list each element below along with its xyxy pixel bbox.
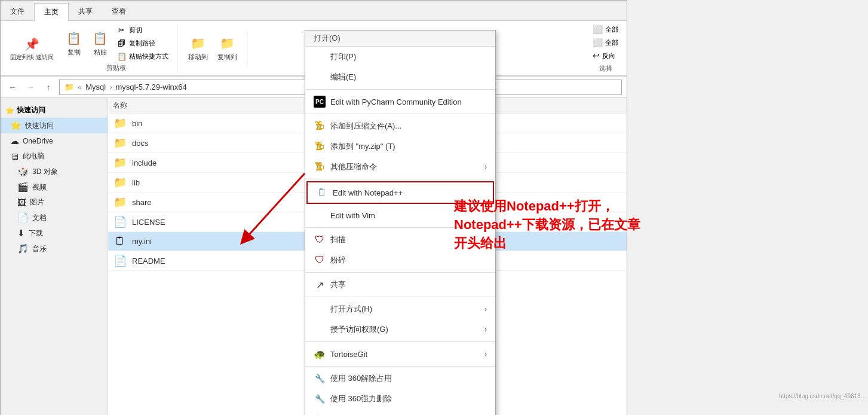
ctx-print[interactable]: 打印(P) xyxy=(305,47,495,67)
path-mysql: Mysql xyxy=(85,83,106,91)
ctx-sep-4 xyxy=(305,227,495,228)
select-invert-button[interactable]: ↩ 反向 xyxy=(590,50,621,62)
select-invert-icon: ↩ xyxy=(593,51,600,60)
move-to-button[interactable]: 📁 移动到 xyxy=(185,32,211,64)
sidebar-item-docs[interactable]: 📄 文档 xyxy=(1,210,108,225)
quick-access-icon: ⭐ xyxy=(10,120,22,131)
ctx-scan[interactable]: 🛡 扫描 xyxy=(305,230,495,250)
folder-icon-docs: 📁 xyxy=(113,136,127,149)
tab-file[interactable]: 文件 xyxy=(1,3,34,20)
ctx-add-myzip[interactable]: 🗜 添加到 "my.zip" (T) xyxy=(305,136,495,157)
organize-buttons: 📁 移动到 📁 复制到 xyxy=(185,32,241,64)
music-icon: 🎵 xyxy=(17,243,29,254)
ctx-edit[interactable]: 编辑(E) xyxy=(305,67,495,87)
shred-icon: 🛡 xyxy=(314,254,326,266)
downloads-icon: ⬇ xyxy=(17,228,25,239)
paste-shortcut-icon: 📋 xyxy=(117,51,127,61)
sidebar: ⭐ 快速访问 ⭐ 快速访问 ☁ OneDrive 🖥 此电脑 🎲 3D 对象 🎬 xyxy=(1,98,108,415)
notepadpp-icon: 🗒 xyxy=(316,187,328,199)
ctx-360-scan[interactable]: 🔧 使用 360进行木马查杀 xyxy=(305,409,495,415)
ctx-sep-1 xyxy=(305,89,495,90)
ctx-sep-5 xyxy=(305,272,495,273)
sidebar-item-thispc[interactable]: 🖥 此电脑 xyxy=(1,149,108,164)
compress-icon: 🗜 xyxy=(314,161,326,173)
pictures-icon: 🖼 xyxy=(17,197,26,208)
onedrive-icon: ☁ xyxy=(10,136,19,147)
select-none-button[interactable]: ⬜ 全部 xyxy=(590,36,621,48)
ctx-sep-2 xyxy=(305,114,495,114)
ctx-arrow-grant: › xyxy=(484,325,487,334)
clipboard-label: 剪贴板 xyxy=(106,63,126,72)
docs-icon: 📄 xyxy=(17,212,29,223)
ctx-tortoisegit[interactable]: 🐢 TortoiseGit › xyxy=(305,344,495,364)
sidebar-item-3d[interactable]: 🎲 3D 对象 xyxy=(1,164,108,179)
paste-shortcut-button[interactable]: 📋 粘贴快捷方式 xyxy=(115,50,171,62)
ctx-pycharm[interactable]: PC Edit with PyCharm Community Edition xyxy=(305,91,495,112)
ctx-sep-6 xyxy=(305,297,495,297)
path-version: mysql-5.7.29-winx64 xyxy=(116,83,187,91)
ctx-vim[interactable]: Edit with Vim xyxy=(305,205,495,225)
ctx-add-archive[interactable]: 🗜 添加到压缩文件(A)... xyxy=(305,116,495,136)
select-group: ⬜ 全部 ⬜ 全部 ↩ 反向 选择 xyxy=(590,23,621,73)
select-all-button[interactable]: ⬜ 全部 xyxy=(590,23,621,35)
ctx-partial-top: 打开(O) xyxy=(305,30,495,47)
pin-button[interactable]: 📌 固定到快 速访问 xyxy=(7,33,57,63)
print-icon xyxy=(314,51,326,63)
copy-path-icon: 🗐 xyxy=(117,38,127,48)
select-label: 选择 xyxy=(590,64,621,73)
column-name-label: 名称 xyxy=(113,100,127,111)
tab-home[interactable]: 主页 xyxy=(34,3,69,21)
small-clipboard-buttons: ✂ 剪切 🗐 复制路径 📋 粘贴快捷方式 xyxy=(115,24,171,62)
tab-share[interactable]: 共享 xyxy=(69,3,102,20)
pin-icon: 📌 xyxy=(23,36,40,53)
sidebar-item-video[interactable]: 🎬 视频 xyxy=(1,179,108,195)
archive-icon: 🗜 xyxy=(314,120,326,132)
ctx-360-forcedelete[interactable]: 🔧 使用 360强力删除 xyxy=(305,389,495,409)
cut-button[interactable]: ✂ 剪切 xyxy=(115,24,171,36)
path-folder-icon: 📁 xyxy=(65,83,74,91)
sidebar-item-onedrive[interactable]: ☁ OneDrive xyxy=(1,133,108,149)
up-button[interactable]: ↑ xyxy=(41,80,56,94)
star-icon: ⭐ xyxy=(5,106,14,115)
ctx-share[interactable]: ↗ 共享 xyxy=(305,274,495,295)
copy-to-button[interactable]: 📁 复制到 xyxy=(214,32,241,64)
vim-icon xyxy=(314,209,326,221)
back-button[interactable]: ← xyxy=(5,80,20,94)
sidebar-item-downloads[interactable]: ⬇ 下载 xyxy=(1,225,108,241)
ctx-grant-access[interactable]: 授予访问权限(G) › xyxy=(305,319,495,340)
copy-icon: 📋 xyxy=(66,30,82,47)
folder-icon-share: 📁 xyxy=(113,196,127,209)
ctx-other-compress[interactable]: 🗜 其他压缩命令 › xyxy=(305,157,495,177)
file-icon-myini: 🗒 xyxy=(113,235,127,248)
ctx-360-unoccupy[interactable]: 🔧 使用 360解除占用 xyxy=(305,368,495,389)
folder-icon-include: 📁 xyxy=(113,156,127,169)
tab-view[interactable]: 查看 xyxy=(102,3,136,20)
open-with-icon xyxy=(314,303,326,315)
ctx-arrow-tortoise: › xyxy=(484,350,487,358)
organize-group: 📁 移动到 📁 复制到 xyxy=(185,32,247,64)
quick-access-section: ⭐ 快速访问 xyxy=(1,103,108,118)
sidebar-item-music[interactable]: 🎵 音乐 xyxy=(1,241,108,257)
copy-path-button[interactable]: 🗐 复制路径 xyxy=(115,37,171,49)
ctx-arrow-openwith: › xyxy=(484,305,487,313)
ctx-sep-7 xyxy=(305,341,495,342)
ctx-open-with[interactable]: 打开方式(H) › xyxy=(305,299,495,319)
copy-button[interactable]: 📋 复制 xyxy=(62,28,86,59)
forward-button[interactable]: → xyxy=(23,80,38,94)
sidebar-item-pictures[interactable]: 🖼 图片 xyxy=(1,195,108,210)
paste-icon: 📋 xyxy=(92,30,109,47)
thispc-icon: 🖥 xyxy=(10,151,19,161)
clipboard-group: 📋 复制 📋 粘贴 ✂ 剪切 🗐 复制路径 xyxy=(62,24,177,72)
paste-button[interactable]: 📋 粘贴 xyxy=(88,28,112,59)
copy-to-icon: 📁 xyxy=(219,35,235,51)
edit-icon xyxy=(314,71,326,83)
ctx-notepadpp[interactable]: 🗒 Edit with Notepad++ xyxy=(306,181,494,204)
grant-icon xyxy=(314,324,326,335)
sidebar-item-quick-access[interactable]: ⭐ 快速访问 xyxy=(1,118,108,133)
move-to-icon: 📁 xyxy=(189,35,206,51)
watermark: https://blog.csdn.net/qq_49613... xyxy=(779,393,866,399)
ctx-shred[interactable]: 🛡 粉碎 xyxy=(305,250,495,270)
video-icon: 🎬 xyxy=(17,182,29,193)
scissors-icon: ✂ xyxy=(117,25,127,35)
clipboard-buttons: 📋 复制 📋 粘贴 ✂ 剪切 🗐 复制路径 xyxy=(62,24,171,62)
